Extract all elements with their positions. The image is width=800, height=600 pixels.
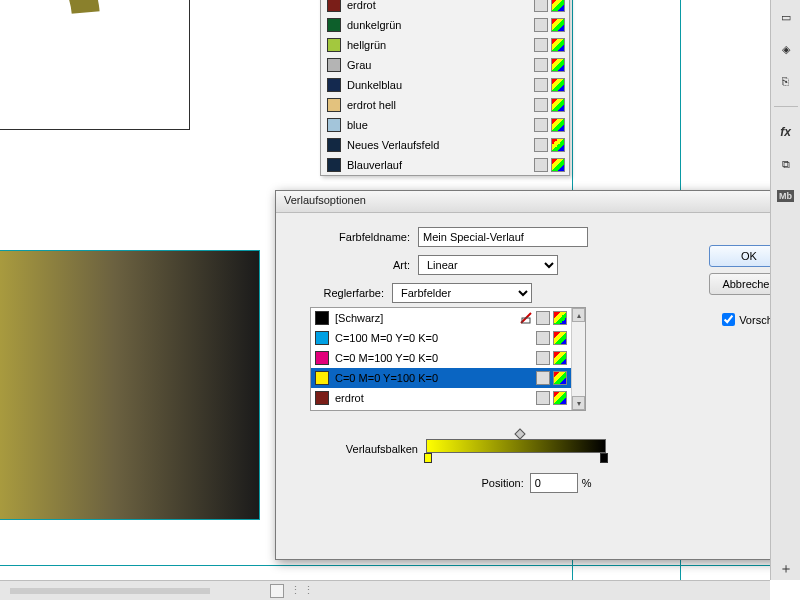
swatch-name: Grau	[347, 59, 534, 71]
gradbar-label: Verlaufsbalken	[310, 439, 418, 455]
swatch-row[interactable]: hellgrün	[321, 35, 569, 55]
gradient-stop-left[interactable]	[424, 453, 432, 463]
swatch-type-icon	[534, 158, 548, 172]
color-name: [Schwarz]	[335, 312, 519, 324]
swatch-chip	[327, 78, 341, 92]
swatch-type-icon	[534, 78, 548, 92]
swatch-row[interactable]: Grau	[321, 55, 569, 75]
swatch-row[interactable]: Blauverlauf	[321, 155, 569, 175]
type-select[interactable]: Linear	[418, 255, 558, 275]
swatches-panel[interactable]: erdrotdunkelgrünhellgrünGrauDunkelblauer…	[320, 0, 570, 176]
swatch-name-input[interactable]	[418, 227, 588, 247]
view-mode-button[interactable]	[270, 584, 284, 598]
mb-panel-icon[interactable]: Mb	[775, 185, 797, 207]
stop-color-list[interactable]: [Schwarz]C=100 M=0 Y=0 K=0C=0 M=100 Y=0 …	[310, 307, 586, 411]
swatch-chip	[327, 118, 341, 132]
color-list-row[interactable]: C=0 M=100 Y=0 K=0	[311, 348, 571, 368]
percent-sign: %	[582, 477, 592, 489]
swatch-type-icon	[536, 331, 550, 345]
midpoint-diamond[interactable]	[514, 428, 525, 439]
swatch-row[interactable]: dunkelgrün	[321, 15, 569, 35]
swatch-row[interactable]: erdrot hell	[321, 95, 569, 115]
color-chip	[315, 391, 329, 405]
swatch-name: dunkelgrün	[347, 19, 534, 31]
list-scrollbar[interactable]: ▴ ▾	[571, 308, 585, 410]
gradient-ramp[interactable]	[426, 439, 606, 453]
scroll-track[interactable]	[572, 322, 585, 396]
position-input[interactable]	[530, 473, 578, 493]
separator	[774, 106, 798, 107]
links-panel-icon[interactable]: ⎘	[775, 70, 797, 92]
swatch-name: Dunkelblau	[347, 79, 534, 91]
swatch-colormode-icon	[551, 38, 565, 52]
color-list-row[interactable]: [Schwarz]	[311, 308, 571, 328]
scroll-up-button[interactable]: ▴	[572, 308, 585, 322]
swatch-colormode-icon	[551, 58, 565, 72]
swatch-row[interactable]: erdrot	[321, 0, 569, 15]
swatch-name: Neues Verlaufsfeld	[347, 139, 534, 151]
preview-checkbox[interactable]	[722, 313, 735, 326]
swatch-colormode-icon	[551, 98, 565, 112]
name-label: Farbfeldname:	[290, 231, 410, 243]
swatch-name: erdrot hell	[347, 99, 534, 111]
layers-panel-icon[interactable]: ◈	[775, 38, 797, 60]
swatch-row[interactable]: blue	[321, 115, 569, 135]
color-chip	[315, 371, 329, 385]
color-list-row[interactable]: C=0 M=0 Y=100 K=0	[311, 368, 571, 388]
add-panel-button[interactable]: ＋	[775, 558, 797, 580]
swatch-chip	[327, 158, 341, 172]
right-panel-dock: ▭ ◈ ⎘ fx ⧉ Mb ＋	[770, 0, 800, 580]
swatch-colormode-icon	[553, 331, 567, 345]
swatch-type-icon	[536, 391, 550, 405]
not-editable-icon	[519, 311, 533, 325]
swatch-chip	[327, 98, 341, 112]
swatch-row[interactable]: Neues Verlaufsfeld	[321, 135, 569, 155]
swatch-name: blue	[347, 119, 534, 131]
swatch-colormode-icon	[553, 371, 567, 385]
color-name: C=100 M=0 Y=0 K=0	[335, 332, 536, 344]
gradient-bar[interactable]	[426, 439, 606, 453]
swatch-chip	[327, 138, 341, 152]
color-list-row[interactable]: C=100 M=0 Y=0 K=0	[311, 328, 571, 348]
swatch-colormode-icon	[553, 391, 567, 405]
color-chip	[315, 311, 329, 325]
swatch-chip	[327, 38, 341, 52]
swatch-type-icon	[534, 138, 548, 152]
color-name: C=0 M=0 Y=100 K=0	[335, 372, 536, 384]
swatch-type-icon	[536, 311, 550, 325]
swatch-colormode-icon	[553, 311, 567, 325]
pages-panel-icon[interactable]: ▭	[775, 6, 797, 28]
status-dots: ⋮⋮	[290, 584, 316, 597]
object-styles-panel-icon[interactable]: ⧉	[775, 153, 797, 175]
swatch-type-icon	[534, 18, 548, 32]
color-name: C=0 M=100 Y=0 K=0	[335, 352, 536, 364]
swatch-colormode-icon	[551, 78, 565, 92]
swatch-colormode-icon	[553, 351, 567, 365]
swatch-type-icon	[534, 98, 548, 112]
stopcolor-select[interactable]: Farbfelder	[392, 283, 532, 303]
swatch-type-icon	[534, 118, 548, 132]
swatch-chip	[327, 58, 341, 72]
guide-horizontal[interactable]	[0, 565, 770, 566]
position-label: Position:	[482, 477, 524, 489]
swatch-row[interactable]: Dunkelblau	[321, 75, 569, 95]
color-chip	[315, 331, 329, 345]
swatch-name: hellgrün	[347, 39, 534, 51]
gradient-preview-rect	[0, 250, 260, 520]
swatch-type-icon	[536, 371, 550, 385]
dialog-title[interactable]: Verlaufsoptionen	[276, 191, 799, 213]
swatch-colormode-icon	[551, 118, 565, 132]
horizontal-scrollbar[interactable]	[10, 588, 210, 594]
swatch-colormode-icon	[551, 18, 565, 32]
gradient-stop-right[interactable]	[600, 453, 608, 463]
swatch-chip	[327, 0, 341, 12]
color-name: erdrot	[335, 392, 536, 404]
stopcolor-label: Reglerfarbe:	[290, 287, 384, 299]
type-label: Art:	[290, 259, 410, 271]
swatch-name: Blauverlauf	[347, 159, 534, 171]
effects-panel-icon[interactable]: fx	[775, 121, 797, 143]
swatch-type-icon	[536, 351, 550, 365]
color-list-row[interactable]: erdrot	[311, 388, 571, 408]
scroll-down-button[interactable]: ▾	[572, 396, 585, 410]
bottom-status-bar: ⋮⋮	[0, 580, 770, 600]
